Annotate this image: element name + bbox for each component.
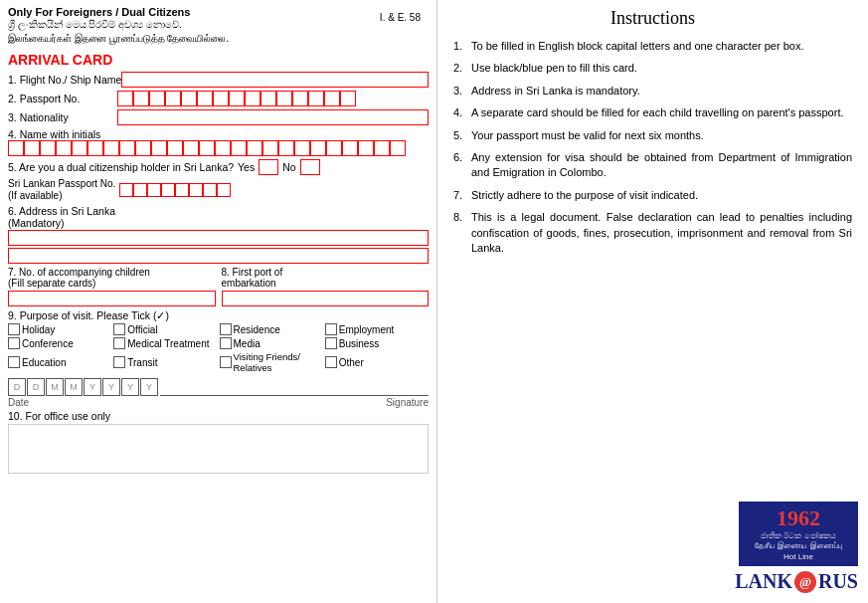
passport-char-14[interactable] bbox=[324, 91, 340, 106]
passport-char-6[interactable] bbox=[197, 91, 213, 106]
name-label: 4. Name with initials bbox=[8, 128, 429, 140]
name-char-16[interactable] bbox=[247, 140, 262, 156]
name-char-24[interactable] bbox=[374, 140, 390, 156]
office-section: 10. For office use only bbox=[8, 410, 429, 474]
sl-char-2[interactable] bbox=[133, 183, 147, 197]
name-char-17[interactable] bbox=[262, 140, 278, 156]
name-char-13[interactable] bbox=[199, 140, 215, 156]
name-char-22[interactable] bbox=[342, 140, 358, 156]
education-checkbox[interactable] bbox=[8, 356, 20, 368]
official-label: Official bbox=[127, 324, 157, 335]
name-char-8[interactable] bbox=[119, 140, 135, 156]
name-char-7[interactable] bbox=[103, 140, 119, 156]
name-char-2[interactable] bbox=[24, 140, 40, 156]
address-input-1[interactable] bbox=[8, 230, 429, 246]
name-char-25[interactable] bbox=[390, 140, 406, 156]
media-checkbox[interactable] bbox=[220, 337, 232, 349]
address-input-2[interactable] bbox=[8, 248, 429, 264]
lank-text: LANK bbox=[735, 570, 792, 593]
name-char-21[interactable] bbox=[326, 140, 342, 156]
sl-char-7[interactable] bbox=[203, 183, 217, 197]
instruction-8-text: This is a legal document. False declarat… bbox=[471, 210, 852, 256]
lankarus-o: @ bbox=[794, 571, 816, 593]
name-char-12[interactable] bbox=[183, 140, 199, 156]
sl-passport-label: Sri Lankan Passport No. (If available) bbox=[8, 178, 115, 202]
sl-char-3[interactable] bbox=[147, 183, 161, 197]
visiting-checkbox[interactable] bbox=[220, 356, 232, 368]
name-char-15[interactable] bbox=[231, 140, 247, 156]
conference-checkbox[interactable] bbox=[8, 337, 20, 349]
passport-char-5[interactable] bbox=[181, 91, 197, 106]
address-section: 6. Address in Sri Lanka (Mandatory) bbox=[8, 205, 429, 264]
other-checkbox[interactable] bbox=[325, 356, 337, 368]
passport-char-9[interactable] bbox=[245, 91, 260, 106]
purpose-residence: Residence bbox=[220, 323, 323, 335]
name-char-4[interactable] bbox=[56, 140, 72, 156]
left-panel: Only For Foreigners / Dual Citizens ශ්‍ර… bbox=[0, 0, 437, 603]
passport-char-1[interactable] bbox=[117, 91, 133, 106]
no-checkbox[interactable] bbox=[300, 159, 320, 175]
date-y1[interactable]: Y bbox=[84, 378, 101, 396]
name-char-9[interactable] bbox=[135, 140, 151, 156]
business-checkbox[interactable] bbox=[325, 337, 337, 349]
sl-char-6[interactable] bbox=[189, 183, 203, 197]
name-char-10[interactable] bbox=[151, 140, 167, 156]
first-port-input[interactable] bbox=[222, 291, 430, 306]
passport-char-15[interactable] bbox=[340, 91, 356, 106]
holiday-checkbox[interactable] bbox=[8, 323, 20, 335]
name-char-19[interactable] bbox=[294, 140, 310, 156]
name-char-1[interactable] bbox=[8, 140, 24, 156]
hotline-label: Hot Line bbox=[747, 552, 850, 562]
nationality-label: 3. Nationality bbox=[8, 111, 117, 123]
residence-checkbox[interactable] bbox=[220, 323, 232, 335]
name-char-14[interactable] bbox=[215, 140, 231, 156]
date-m1[interactable]: M bbox=[46, 378, 64, 396]
business-label: Business bbox=[339, 338, 380, 349]
sl-char-5[interactable] bbox=[175, 183, 189, 197]
date-y3[interactable]: Y bbox=[121, 378, 139, 396]
date-y4[interactable]: Y bbox=[140, 378, 158, 396]
employment-checkbox[interactable] bbox=[325, 323, 337, 335]
nationality-input[interactable] bbox=[117, 109, 429, 125]
official-checkbox[interactable] bbox=[113, 323, 125, 335]
yes-checkbox[interactable] bbox=[259, 159, 278, 175]
name-char-20[interactable] bbox=[310, 140, 326, 156]
name-char-5[interactable] bbox=[72, 140, 87, 156]
office-label: 10. For office use only bbox=[8, 410, 429, 422]
date-y2[interactable]: Y bbox=[102, 378, 120, 396]
sl-char-8[interactable] bbox=[217, 183, 231, 197]
flight-field-row: 1. Flight No./ Ship Name bbox=[8, 72, 429, 88]
passport-char-11[interactable] bbox=[276, 91, 292, 106]
passport-char-4[interactable] bbox=[165, 91, 181, 106]
passport-char-3[interactable] bbox=[149, 91, 165, 106]
signature-line[interactable] bbox=[160, 395, 429, 396]
passport-char-12[interactable] bbox=[292, 91, 308, 106]
arrival-card-title: ARRIVAL CARD bbox=[8, 52, 429, 68]
date-d1[interactable]: D bbox=[8, 378, 26, 396]
passport-char-2[interactable] bbox=[133, 91, 149, 106]
instruction-4: 4. A separate card should be filled for … bbox=[453, 105, 852, 120]
sl-char-1[interactable] bbox=[119, 183, 133, 197]
name-char-3[interactable] bbox=[40, 140, 56, 156]
name-char-18[interactable] bbox=[278, 140, 294, 156]
passport-char-13[interactable] bbox=[308, 91, 324, 106]
medical-checkbox[interactable] bbox=[113, 337, 125, 349]
transit-checkbox[interactable] bbox=[113, 356, 125, 368]
dual-label: 5. Are you a dual citizenship holder in … bbox=[8, 161, 234, 173]
accompanying-input[interactable] bbox=[8, 291, 216, 306]
passport-char-7[interactable] bbox=[213, 91, 229, 106]
flight-input[interactable] bbox=[121, 72, 429, 88]
hotline-number: 1962 bbox=[747, 505, 850, 531]
date-d2[interactable]: D bbox=[27, 378, 45, 396]
header-sinhala1: ශ්‍රී ලංකිකයින් මෙය පිරවිම් අවශ්‍ය නොවේ. bbox=[8, 18, 429, 32]
passport-char-10[interactable] bbox=[260, 91, 276, 106]
instruction-1-text: To be filled in English block capital le… bbox=[471, 39, 803, 54]
instruction-2: 2. Use black/blue pen to fill this card. bbox=[453, 61, 852, 76]
date-m2[interactable]: M bbox=[65, 378, 83, 396]
name-char-11[interactable] bbox=[167, 140, 183, 156]
passport-char-8[interactable] bbox=[229, 91, 245, 106]
name-char-6[interactable] bbox=[87, 140, 103, 156]
name-char-23[interactable] bbox=[358, 140, 374, 156]
passport-label: 2. Passport No. bbox=[8, 93, 117, 104]
sl-char-4[interactable] bbox=[161, 183, 175, 197]
